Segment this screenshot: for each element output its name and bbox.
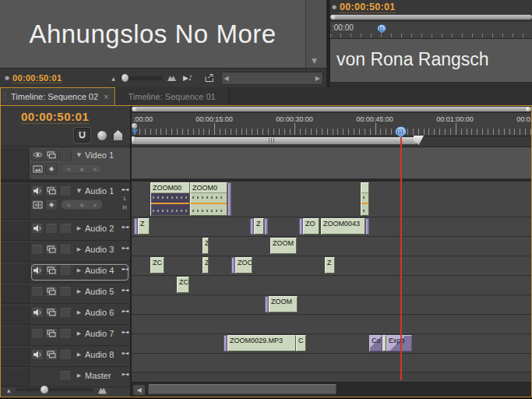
sync-lock-toggle-button[interactable]	[45, 185, 58, 196]
keyframe-mode-icon[interactable]: ►◄	[122, 308, 128, 313]
keyframe-mode-icon[interactable]: ►◄	[122, 329, 128, 334]
toggle-track-mute-button[interactable]	[31, 349, 44, 360]
track-expand-icon[interactable]: ▶	[75, 309, 83, 316]
playhead-marker[interactable]	[377, 24, 386, 34]
toggle-track-mute-button[interactable]	[31, 223, 44, 234]
track-expand-icon[interactable]: ▼	[75, 152, 83, 158]
volume-line[interactable]	[151, 203, 189, 204]
track-lane-audio-3[interactable]: ZZOOM	[132, 237, 531, 256]
scroll-left-icon[interactable]: ◀	[133, 385, 145, 395]
clip-z[interactable]: Z	[325, 257, 335, 274]
nav-next-icon[interactable]: ▶	[93, 166, 97, 171]
toggle-track-mute-button[interactable]	[31, 328, 44, 339]
track-expand-icon[interactable]: ▶	[75, 288, 83, 295]
tab-sequence-01[interactable]: Timeline: Sequence 01	[115, 87, 229, 105]
nav-dot-icon[interactable]: ●	[79, 202, 83, 207]
track-lock-toggle-button[interactable]	[59, 307, 72, 318]
preview-viewing-area-bar[interactable]	[330, 14, 532, 22]
track-lane-audio-5[interactable]: ZC	[132, 276, 531, 295]
track-lane-audio-1[interactable]: ZOOM00ZOOM0	[132, 182, 531, 217]
keyframe-mode-icon[interactable]: ►◄	[122, 266, 128, 271]
clip-expo[interactable]: Expo	[386, 335, 412, 351]
viewing-area-lane[interactable]	[132, 106, 531, 113]
keyframe-navigator[interactable]: ◀●▶	[61, 164, 103, 174]
track-lock-toggle-button[interactable]	[59, 265, 72, 276]
work-area-lane[interactable]	[132, 136, 531, 147]
track-lock-toggle-button[interactable]	[59, 185, 72, 196]
audio-transition[interactable]	[264, 218, 268, 235]
timeline-zoom-slider[interactable]	[16, 388, 93, 391]
work-area-end-handle[interactable]	[414, 136, 424, 145]
nav-dot-icon[interactable]: ●	[79, 166, 83, 171]
track-lane-audio-2[interactable]: ZZZOZOOM0043	[132, 217, 531, 237]
clip-c[interactable]: C	[296, 335, 306, 351]
preview-timecode[interactable]: 00:00:50:01	[340, 2, 395, 13]
track-expand-icon[interactable]: ▼	[75, 188, 83, 194]
nav-next-icon[interactable]: ▶	[93, 202, 97, 207]
set-encore-chapter-marker-button[interactable]	[97, 131, 107, 140]
clip-zc[interactable]: ZC	[150, 257, 164, 274]
keyframe-mode-icon[interactable]: ►◄	[122, 224, 128, 229]
set-display-style-button[interactable]	[31, 164, 44, 175]
time-ruler[interactable]: :00:0000:00:15:0000:00:30:0000:00:45:000…	[132, 113, 531, 136]
sync-lock-toggle-button[interactable]	[45, 244, 58, 255]
toggle-track-mute-button[interactable]	[31, 185, 44, 196]
viewing-area-bar[interactable]	[132, 107, 531, 111]
zoom-slider-knob[interactable]	[122, 74, 129, 82]
sync-lock-toggle-button[interactable]	[45, 150, 58, 161]
timeline-timecode[interactable]: 00:00:50:01	[21, 110, 89, 124]
preview-time-ruler[interactable]: :00:00	[330, 22, 532, 39]
clip-zoom0[interactable]: ZOOM0	[190, 182, 227, 216]
viewing-area-handle-left[interactable]	[132, 107, 137, 111]
nav-prev-icon[interactable]: ◀	[66, 202, 70, 207]
sync-lock-toggle-button[interactable]	[45, 307, 58, 318]
keyframe-mode-icon[interactable]: ►◄	[122, 371, 128, 376]
toggle-track-mute-button[interactable]	[31, 286, 44, 297]
keyframe-mode-icon[interactable]: ►◄	[122, 287, 128, 292]
track-lock-toggle-button[interactable]	[59, 370, 72, 381]
zoom-slider-knob[interactable]	[41, 386, 48, 394]
snap-toggle-icon[interactable]	[74, 128, 90, 143]
track-expand-icon[interactable]: ▶	[75, 225, 83, 231]
clip-zoom[interactable]: ZOOM	[270, 238, 297, 254]
zoom-out-icon[interactable]: ▲	[111, 76, 115, 81]
work-area-grip[interactable]	[269, 138, 275, 143]
tab-sequence-02[interactable]: Timeline: Sequence 02 ×	[0, 87, 115, 105]
toggle-track-mute-button[interactable]	[31, 244, 44, 255]
audio-transition[interactable]	[365, 218, 369, 235]
volume-line[interactable]	[361, 203, 368, 204]
track-lock-toggle-button[interactable]	[59, 349, 72, 360]
track-lane-audio-7[interactable]	[132, 315, 531, 334]
program-horizontal-scrollbar[interactable]: ◀ ▶	[221, 72, 323, 85]
clip-zoom00[interactable]: ZOOM00	[150, 182, 190, 216]
zoom-out-icon[interactable]: ▲	[7, 387, 11, 393]
track-lock-toggle-button[interactable]	[59, 328, 72, 339]
sync-lock-toggle-button[interactable]	[45, 286, 58, 297]
viewing-area-bar[interactable]	[330, 15, 532, 19]
add-remove-keyframe-button[interactable]: ◆	[45, 164, 58, 175]
clip-z[interactable]: Z	[254, 218, 264, 235]
sync-lock-toggle-button[interactable]	[45, 265, 58, 276]
audio-transition[interactable]	[227, 182, 231, 216]
scrollbar-thumb[interactable]	[148, 384, 336, 394]
clip-zoo[interactable]: ZOO	[235, 257, 252, 274]
timeline-horizontal-scrollbar[interactable]: ◀	[132, 382, 531, 397]
track-expand-icon[interactable]: ▶	[75, 246, 83, 252]
clip-zoom0029-mp3[interactable]: ZOOM0029.MP3	[227, 335, 296, 351]
nav-prev-icon[interactable]: ◀	[66, 166, 70, 171]
clip-z[interactable]: Z	[203, 238, 209, 254]
scroll-down-icon[interactable]: ▼	[312, 57, 317, 65]
viewing-area-handle-right[interactable]	[526, 107, 530, 111]
clip-zoom[interactable]: ZOOM	[269, 296, 298, 312]
sync-lock-toggle-button[interactable]	[45, 349, 58, 360]
play-audio-icon[interactable]: ▶♪	[183, 74, 193, 82]
tab-close-icon[interactable]: ×	[104, 92, 108, 101]
clip-co[interactable]: Co	[369, 335, 382, 351]
sequence-start-handle[interactable]	[132, 123, 137, 129]
track-lock-toggle-button[interactable]	[59, 223, 72, 234]
toggle-track-mute-button[interactable]	[31, 307, 44, 318]
clip-zoom0043[interactable]: ZOOM0043	[321, 218, 365, 235]
sync-lock-toggle-button[interactable]	[45, 328, 58, 339]
volume-line[interactable]	[191, 203, 227, 204]
monitor-zoom-slider[interactable]	[120, 76, 163, 80]
